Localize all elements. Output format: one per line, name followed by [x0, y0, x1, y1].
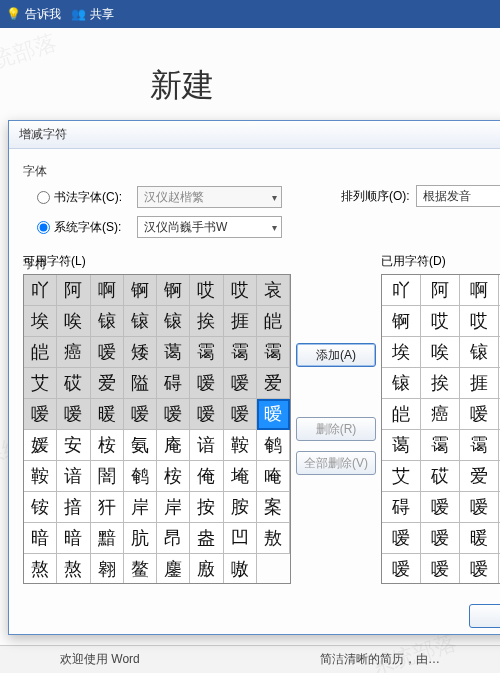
char-cell[interactable]: 唵 — [257, 461, 290, 492]
char-cell[interactable]: 阿 — [57, 275, 90, 306]
char-cell[interactable]: 爱 — [460, 461, 499, 492]
char-cell[interactable]: 霭 — [224, 337, 257, 368]
char-cell[interactable]: 嗳 — [157, 399, 190, 430]
used-chars-grid[interactable]: 吖阿啊锕锕哎哎哀埃唉锿锿锿挨捱皑皑癌嗳矮蔼霭霭霭艾砹爱隘碍嗳嗳爱嗳嗳暖嗳嗳嗳嗳媛 — [381, 274, 500, 584]
char-cell[interactable]: 暗 — [57, 523, 90, 554]
char-cell[interactable]: 皑 — [257, 306, 290, 337]
char-cell[interactable]: 锿 — [91, 306, 124, 337]
share-button[interactable]: 👥 共享 — [71, 6, 114, 23]
char-cell[interactable]: 安 — [57, 430, 90, 461]
char-cell[interactable]: 案 — [257, 492, 290, 523]
char-cell[interactable]: 胺 — [224, 492, 257, 523]
char-cell[interactable]: 哎 — [190, 275, 223, 306]
radio-system-input[interactable] — [37, 221, 50, 234]
char-cell[interactable]: 昂 — [157, 523, 190, 554]
char-cell[interactable]: 鞍 — [24, 461, 57, 492]
char-cell[interactable]: 啊 — [91, 275, 124, 306]
char-cell[interactable]: 霭 — [460, 430, 499, 461]
char-cell[interactable]: 锿 — [460, 337, 499, 368]
char-cell[interactable]: 哀 — [257, 275, 290, 306]
sort-order-combo[interactable]: 根据发音 ▾ — [416, 185, 500, 207]
char-cell[interactable]: 霭 — [257, 337, 290, 368]
char-cell[interactable]: 鹌 — [257, 430, 290, 461]
char-cell[interactable]: 翱 — [91, 554, 124, 584]
char-cell[interactable]: 皑 — [382, 399, 421, 430]
char-cell[interactable]: 爱 — [91, 368, 124, 399]
char-cell[interactable]: 哎 — [460, 306, 499, 337]
char-cell[interactable]: 凹 — [224, 523, 257, 554]
char-cell[interactable]: 砹 — [57, 368, 90, 399]
char-cell[interactable]: 谙 — [190, 430, 223, 461]
char-cell[interactable]: 嗳 — [460, 399, 499, 430]
char-cell[interactable]: 岸 — [124, 492, 157, 523]
char-cell[interactable]: 盎 — [190, 523, 223, 554]
radio-calligraphy-input[interactable] — [37, 191, 50, 204]
char-cell[interactable]: 吖 — [382, 275, 421, 306]
char-cell[interactable]: 鞍 — [224, 430, 257, 461]
char-cell[interactable]: 庵 — [157, 430, 190, 461]
char-cell[interactable]: 埃 — [382, 337, 421, 368]
char-cell[interactable]: 砹 — [421, 461, 460, 492]
char-cell[interactable]: 捱 — [460, 368, 499, 399]
char-cell[interactable]: 桉 — [157, 461, 190, 492]
char-cell[interactable]: 嗳 — [460, 554, 499, 584]
calligraphy-font-combo[interactable]: 汉仪赵楷繁 ▾ — [137, 186, 282, 208]
char-cell[interactable]: 哎 — [421, 306, 460, 337]
char-cell[interactable]: 矮 — [124, 337, 157, 368]
char-cell[interactable]: 吖 — [24, 275, 57, 306]
char-cell[interactable]: 锕 — [124, 275, 157, 306]
char-cell[interactable]: 艾 — [24, 368, 57, 399]
char-cell[interactable]: 嗷 — [224, 554, 257, 584]
remove-all-button[interactable]: 全部删除(V) — [296, 451, 376, 475]
char-cell[interactable]: 鳌 — [124, 554, 157, 584]
char-cell[interactable]: 敖 — [257, 523, 290, 554]
char-cell[interactable]: 嗳 — [382, 554, 421, 584]
char-cell[interactable]: 蔼 — [157, 337, 190, 368]
remove-button[interactable]: 删除(R) — [296, 417, 376, 441]
radio-calligraphy[interactable]: 书法字体(C): — [37, 189, 129, 206]
system-font-combo[interactable]: 汉仪尚巍手书W ▾ — [137, 216, 282, 238]
char-cell[interactable]: 啊 — [460, 275, 499, 306]
radio-system[interactable]: 系统字体(S): — [37, 219, 129, 236]
tell-me-button[interactable]: 💡 告诉我 — [6, 6, 61, 23]
char-cell[interactable]: 桉 — [91, 430, 124, 461]
char-cell[interactable]: 嗳 — [460, 492, 499, 523]
char-cell[interactable]: 暧 — [257, 399, 290, 430]
char-cell[interactable]: 肮 — [124, 523, 157, 554]
char-cell[interactable]: 暖 — [460, 523, 499, 554]
char-cell[interactable]: 媛 — [24, 430, 57, 461]
char-cell[interactable]: 暗 — [24, 523, 57, 554]
char-cell[interactable]: 捱 — [224, 306, 257, 337]
char-cell[interactable]: 俺 — [190, 461, 223, 492]
char-cell[interactable]: 氨 — [124, 430, 157, 461]
char-cell[interactable]: 熬 — [57, 554, 90, 584]
char-cell[interactable]: 锕 — [382, 306, 421, 337]
char-cell[interactable]: 唉 — [421, 337, 460, 368]
char-cell[interactable]: 鏖 — [157, 554, 190, 584]
char-cell[interactable]: 唉 — [57, 306, 90, 337]
char-cell[interactable]: 嗳 — [421, 554, 460, 584]
char-cell[interactable]: 嗳 — [421, 523, 460, 554]
char-cell[interactable]: 霭 — [421, 430, 460, 461]
char-cell[interactable]: 哎 — [224, 275, 257, 306]
char-cell[interactable]: 挨 — [190, 306, 223, 337]
char-cell[interactable]: 嗳 — [421, 492, 460, 523]
char-cell[interactable]: 铵 — [24, 492, 57, 523]
char-cell[interactable]: 犴 — [91, 492, 124, 523]
char-cell[interactable]: 皑 — [24, 337, 57, 368]
available-chars-grid[interactable]: 吖阿啊锕锕哎哎哀埃唉锿锿锿挨捱皑皑癌嗳矮蔼霭霭霭艾砹爱隘碍嗳嗳爱嗳嗳暖嗳嗳嗳嗳暧… — [23, 274, 291, 584]
char-cell[interactable]: 蔼 — [382, 430, 421, 461]
char-cell[interactable]: 阿 — [421, 275, 460, 306]
char-cell[interactable]: 埯 — [224, 461, 257, 492]
char-cell[interactable]: 廒 — [190, 554, 223, 584]
char-cell[interactable]: 嗳 — [382, 523, 421, 554]
char-cell[interactable]: 埃 — [24, 306, 57, 337]
char-cell[interactable]: 按 — [190, 492, 223, 523]
char-cell[interactable]: 黯 — [91, 523, 124, 554]
char-cell[interactable]: 嗳 — [91, 337, 124, 368]
char-cell[interactable]: 隘 — [124, 368, 157, 399]
char-cell[interactable]: 嗳 — [24, 399, 57, 430]
char-cell[interactable]: 锿 — [157, 306, 190, 337]
char-cell[interactable]: 嗳 — [124, 399, 157, 430]
char-cell[interactable]: 艾 — [382, 461, 421, 492]
